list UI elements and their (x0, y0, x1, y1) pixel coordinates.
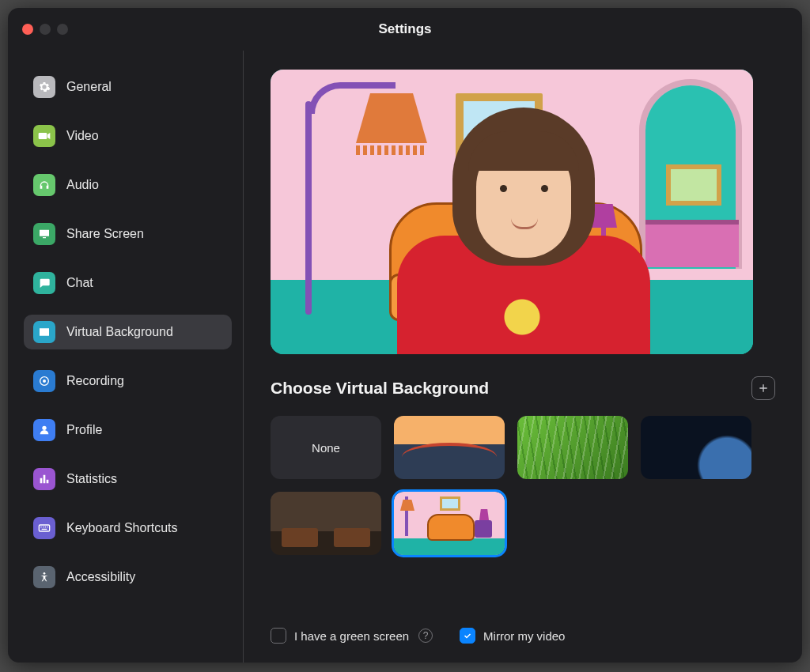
sidebar-item-keyboard-shortcuts[interactable]: Keyboard Shortcuts (24, 511, 232, 546)
profile-icon (33, 419, 55, 441)
svg-point-2 (42, 426, 46, 430)
sidebar-item-label: Video (66, 129, 99, 143)
titlebar: Settings (8, 8, 802, 51)
sidebar-item-video[interactable]: Video (24, 119, 232, 153)
close-window-button[interactable] (22, 24, 33, 35)
sidebar-item-label: Statistics (66, 472, 117, 486)
keyboard-icon (33, 517, 55, 539)
sidebar-item-label: Chat (66, 276, 93, 290)
sidebar-item-label: Recording (66, 374, 124, 388)
video-preview (271, 70, 753, 354)
add-background-button[interactable] (751, 376, 775, 400)
minimize-window-button[interactable] (40, 24, 51, 35)
accessibility-icon (33, 566, 55, 588)
background-option-none[interactable]: None (271, 416, 381, 479)
checkbox-label: Mirror my video (483, 629, 565, 643)
sidebar-item-audio[interactable]: Audio (24, 168, 232, 202)
background-option-golden-gate[interactable] (394, 416, 505, 479)
video-icon (33, 125, 55, 147)
svg-rect-3 (39, 525, 49, 531)
background-option-grass[interactable] (517, 416, 628, 479)
sidebar-item-label: Share Screen (66, 227, 144, 241)
footer-options: I have a green screen ? Mirror my video (271, 612, 775, 644)
svg-point-4 (44, 572, 46, 575)
sidebar-item-virtual-background[interactable]: Virtual Background (24, 315, 232, 349)
green-screen-checkbox[interactable]: I have a green screen (271, 628, 409, 644)
section-title: Choose Virtual Background (271, 379, 489, 398)
sidebar-item-accessibility[interactable]: Accessibility (24, 560, 232, 595)
thumb-label: None (312, 441, 340, 455)
window-title: Settings (378, 21, 431, 37)
background-option-simpsons-room[interactable] (394, 492, 505, 555)
sidebar-item-label: Audio (66, 178, 99, 192)
svg-point-1 (43, 379, 46, 383)
window-controls (22, 24, 68, 35)
settings-sidebar: General Video Audio Share Screen (8, 51, 244, 663)
green-screen-help-icon[interactable]: ? (418, 629, 433, 643)
sidebar-item-profile[interactable]: Profile (24, 413, 232, 447)
sidebar-item-label: General (66, 80, 112, 94)
share-screen-icon (33, 223, 55, 245)
sidebar-item-chat[interactable]: Chat (24, 266, 232, 300)
zoom-window-button[interactable] (57, 24, 68, 35)
statistics-icon (33, 468, 55, 490)
background-option-earth-space[interactable] (641, 416, 751, 479)
background-thumbnails: None (271, 416, 769, 555)
headphones-icon (33, 174, 55, 196)
settings-window: Settings General Video Audio (8, 8, 802, 663)
virtual-bg-icon (33, 321, 55, 343)
chat-icon (33, 272, 55, 294)
sidebar-item-share-screen[interactable]: Share Screen (24, 217, 232, 251)
sidebar-item-recording[interactable]: Recording (24, 364, 232, 398)
sidebar-item-general[interactable]: General (24, 70, 232, 104)
sidebar-item-label: Keyboard Shortcuts (66, 521, 178, 535)
sidebar-item-label: Accessibility (66, 570, 135, 584)
gear-icon (33, 76, 55, 98)
main-panel: Choose Virtual Background None (244, 51, 802, 663)
record-icon (33, 370, 55, 392)
checkbox-label: I have a green screen (294, 629, 409, 643)
mirror-video-checkbox[interactable]: Mirror my video (460, 628, 565, 644)
sidebar-item-statistics[interactable]: Statistics (24, 462, 232, 496)
sidebar-item-label: Virtual Background (66, 325, 173, 339)
sidebar-item-label: Profile (66, 423, 102, 437)
background-option-office[interactable] (271, 492, 381, 555)
